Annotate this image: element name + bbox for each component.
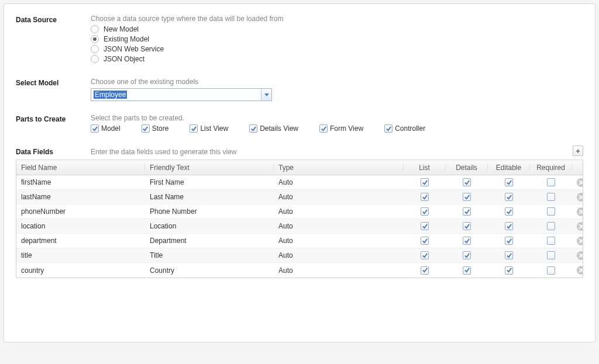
cell-field-name[interactable]: lastName [16, 193, 145, 201]
cell-details[interactable] [446, 222, 488, 230]
cell-friendly-text[interactable]: Last Name [145, 193, 274, 201]
checkbox-icon[interactable] [547, 266, 555, 275]
cell-required[interactable] [530, 207, 572, 216]
model-select[interactable]: Employee [91, 88, 272, 101]
col-field-name[interactable]: Field Name [16, 164, 145, 172]
checkbox-icon[interactable] [463, 193, 471, 201]
data-source-option[interactable]: JSON Object [91, 55, 583, 63]
cell-editable[interactable] [488, 207, 530, 216]
checkbox-icon[interactable] [463, 237, 471, 245]
cell-friendly-text[interactable]: First Name [145, 178, 274, 186]
cell-details[interactable] [446, 251, 488, 259]
cell-list[interactable] [404, 178, 446, 186]
cell-delete[interactable] [572, 222, 583, 231]
cell-required[interactable] [530, 178, 572, 186]
checkbox-icon[interactable] [421, 193, 429, 201]
model-select-value[interactable]: Employee [91, 89, 261, 100]
radio-icon[interactable] [91, 35, 99, 43]
cell-delete[interactable] [572, 266, 583, 275]
cell-details[interactable] [446, 237, 488, 245]
checkbox-icon[interactable] [463, 266, 471, 275]
data-source-option[interactable]: New Model [91, 25, 583, 33]
checkbox-icon[interactable] [384, 124, 393, 133]
table-row[interactable]: firstNameFirst NameAuto [16, 175, 583, 190]
delete-row-icon[interactable] [577, 207, 583, 216]
parts-checkbox[interactable]: Store [142, 124, 169, 133]
checkbox-icon[interactable] [505, 222, 513, 230]
cell-type[interactable]: Auto [274, 266, 404, 275]
cell-friendly-text[interactable]: Title [145, 251, 274, 259]
parts-checkbox[interactable]: Details View [249, 124, 298, 133]
cell-friendly-text[interactable]: Department [145, 237, 274, 245]
checkbox-icon[interactable] [421, 266, 429, 275]
cell-field-name[interactable]: location [16, 222, 145, 230]
cell-type[interactable]: Auto [274, 251, 404, 259]
cell-delete[interactable] [572, 178, 583, 187]
checkbox-icon[interactable] [505, 237, 513, 245]
checkbox-icon[interactable] [319, 124, 328, 133]
cell-type[interactable]: Auto [274, 222, 404, 230]
cell-field-name[interactable]: firstName [16, 178, 145, 186]
cell-delete[interactable] [572, 193, 583, 202]
cell-details[interactable] [446, 193, 488, 201]
cell-type[interactable]: Auto [274, 193, 404, 201]
checkbox-icon[interactable] [463, 207, 471, 216]
cell-delete[interactable] [572, 251, 583, 260]
col-required[interactable]: Required [530, 164, 572, 172]
cell-required[interactable] [530, 222, 572, 230]
cell-editable[interactable] [488, 193, 530, 201]
delete-row-icon[interactable] [577, 251, 583, 260]
cell-details[interactable] [446, 266, 488, 275]
col-details[interactable]: Details [446, 164, 488, 172]
cell-list[interactable] [404, 193, 446, 201]
cell-list[interactable] [404, 237, 446, 245]
cell-editable[interactable] [488, 251, 530, 259]
checkbox-icon[interactable] [421, 251, 429, 259]
cell-delete[interactable] [572, 237, 583, 245]
parts-checkbox[interactable]: Model [91, 124, 121, 133]
cell-list[interactable] [404, 266, 446, 275]
checkbox-icon[interactable] [505, 207, 513, 216]
table-row[interactable]: countryCountryAuto [16, 263, 583, 278]
checkbox-icon[interactable] [505, 266, 513, 275]
cell-field-name[interactable]: country [16, 266, 145, 275]
delete-row-icon[interactable] [577, 178, 583, 187]
checkbox-icon[interactable] [547, 237, 555, 245]
checkbox-icon[interactable] [463, 222, 471, 230]
checkbox-icon[interactable] [505, 193, 513, 201]
delete-row-icon[interactable] [577, 237, 583, 245]
checkbox-icon[interactable] [505, 178, 513, 186]
table-row[interactable]: departmentDepartmentAuto [16, 234, 583, 248]
radio-icon[interactable] [91, 25, 99, 33]
table-row[interactable]: titleTitleAuto [16, 248, 583, 263]
cell-list[interactable] [404, 207, 446, 216]
table-row[interactable]: lastNameLast NameAuto [16, 190, 583, 204]
cell-friendly-text[interactable]: Country [145, 266, 274, 275]
cell-field-name[interactable]: title [16, 251, 145, 259]
cell-field-name[interactable]: phoneNumber [16, 207, 145, 216]
cell-friendly-text[interactable]: Phone Number [145, 207, 274, 216]
cell-details[interactable] [446, 178, 488, 186]
cell-list[interactable] [404, 222, 446, 230]
delete-row-icon[interactable] [577, 193, 583, 202]
cell-details[interactable] [446, 207, 488, 216]
cell-editable[interactable] [488, 222, 530, 230]
checkbox-icon[interactable] [91, 124, 99, 133]
table-row[interactable]: locationLocationAuto [16, 219, 583, 234]
checkbox-icon[interactable] [190, 124, 198, 133]
checkbox-icon[interactable] [142, 124, 150, 133]
checkbox-icon[interactable] [421, 207, 429, 216]
data-source-option[interactable]: Existing Model [91, 35, 583, 43]
cell-required[interactable] [530, 251, 572, 259]
cell-list[interactable] [404, 251, 446, 259]
cell-delete[interactable] [572, 207, 583, 216]
checkbox-icon[interactable] [547, 222, 555, 230]
col-type[interactable]: Type [274, 164, 404, 172]
cell-type[interactable]: Auto [274, 207, 404, 216]
cell-required[interactable] [530, 237, 572, 245]
table-row[interactable]: phoneNumberPhone NumberAuto [16, 204, 583, 219]
parts-checkbox[interactable]: List View [190, 124, 228, 133]
col-friendly-text[interactable]: Friendly Text [145, 164, 274, 172]
add-field-button[interactable]: + [573, 145, 583, 156]
parts-checkbox[interactable]: Form View [319, 124, 363, 133]
